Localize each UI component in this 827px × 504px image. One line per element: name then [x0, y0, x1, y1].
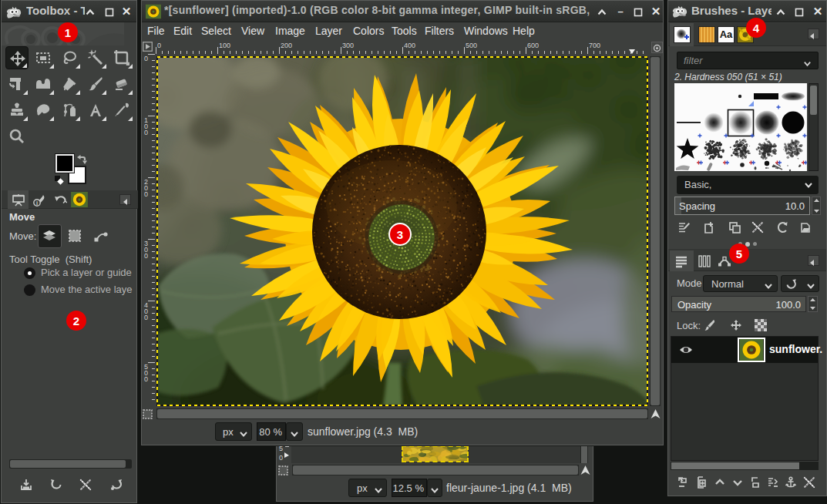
svg-text:5: 5 — [279, 445, 283, 452]
svg-text:0: 0 — [144, 190, 148, 198]
svg-text:0: 0 — [144, 252, 148, 260]
svg-text:0: 0 — [144, 314, 148, 321]
svg-text:0: 0 — [279, 454, 283, 462]
svg-text:0: 0 — [144, 129, 148, 136]
svg-text:300: 300 — [342, 42, 354, 49]
svg-text:0: 0 — [144, 375, 148, 383]
svg-text:500: 500 — [466, 42, 477, 49]
svg-text:200: 200 — [281, 42, 292, 49]
svg-text:0: 0 — [157, 42, 161, 49]
svg-text:400: 400 — [404, 42, 415, 49]
svg-text:i: i — [35, 200, 37, 207]
svg-text:100: 100 — [219, 42, 230, 49]
svg-text:600: 600 — [527, 42, 539, 49]
svg-text:700: 700 — [589, 42, 600, 49]
svg-text:0: 0 — [144, 55, 148, 62]
